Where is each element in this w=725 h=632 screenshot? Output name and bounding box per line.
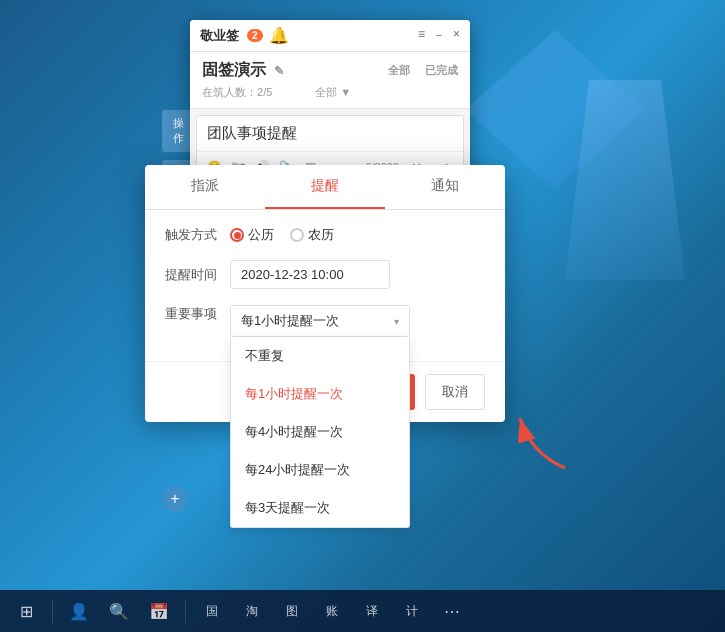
dropdown-menu: 不重复 每1小时提醒一次 每4小时提醒一次 每24小时提醒一次 每3天提醒一次	[230, 337, 410, 528]
app-title: 敬业签	[200, 27, 239, 45]
trigger-label: 触发方式	[165, 226, 230, 244]
taskbar-zhang[interactable]: 账	[314, 593, 350, 629]
time-label: 提醒时间	[165, 266, 230, 284]
close-icon[interactable]: ×	[453, 27, 460, 44]
arrow-indicator	[500, 403, 580, 477]
tab-notify[interactable]: 通知	[385, 165, 505, 209]
add-button[interactable]: +	[162, 486, 188, 512]
taskbar-user-icon[interactable]: 👤	[61, 593, 97, 629]
radio-lunar-circle	[290, 228, 304, 242]
taskbar-tao[interactable]: 淘	[234, 593, 270, 629]
taskbar-sep2	[185, 599, 186, 623]
project-status: 全部 已完成	[388, 63, 458, 78]
taskbar-calendar-icon[interactable]: 📅	[141, 593, 177, 629]
menu-icon[interactable]: ≡	[418, 27, 425, 44]
dialog-body: 触发方式 公历 农历 提醒时间	[145, 210, 505, 369]
minimize-icon[interactable]: －	[433, 27, 445, 44]
dropdown-item-0[interactable]: 不重复	[231, 337, 409, 375]
all-label: 全部	[388, 63, 410, 78]
repeat-label: 重要事项	[165, 305, 230, 323]
dropdown-item-4[interactable]: 每3天提醒一次	[231, 489, 409, 527]
done-label: 已完成	[425, 63, 458, 78]
taskbar-start[interactable]: ⊞	[8, 593, 44, 629]
select-arrow-icon: ▾	[394, 316, 399, 327]
taskbar: ⊞ 👤 🔍 📅 国 淘 图 账 译 计 ⋯	[0, 590, 725, 632]
task-title-display: 团队事项提醒	[197, 116, 463, 152]
tab-assign[interactable]: 指派	[145, 165, 265, 209]
dropdown-item-1[interactable]: 每1小时提醒一次	[231, 375, 409, 413]
arrow-svg	[500, 403, 580, 473]
edit-project-icon[interactable]: ✎	[274, 64, 284, 78]
taskbar-tu[interactable]: 图	[274, 593, 310, 629]
desktop: 操作 推广 敬业签 2 🔔 ≡ － × 固签演示 ✎ 全部	[0, 0, 725, 632]
dropdown-item-2[interactable]: 每4小时提醒一次	[231, 413, 409, 451]
project-name-text: 固签演示	[202, 60, 266, 81]
titlebar: 敬业签 2 🔔 ≡ － ×	[190, 20, 470, 52]
repeat-row: 重要事项 每1小时提醒一次 ▾ 不重复 每1小时提醒一次 每4小时提醒一次 每2…	[165, 305, 485, 337]
project-header: 固签演示 ✎ 全部 已完成 在筑人数：2/5 全部 ▼	[190, 52, 470, 109]
radio-lunar[interactable]: 农历	[290, 226, 334, 244]
taskbar-ji[interactable]: 计	[394, 593, 430, 629]
repeat-select[interactable]: 每1小时提醒一次 ▾ 不重复 每1小时提醒一次 每4小时提醒一次 每24小时提醒…	[230, 305, 410, 337]
cancel-button[interactable]: 取消	[425, 374, 485, 410]
notification-badge: 2	[247, 29, 263, 42]
member-info: 在筑人数：2/5 全部 ▼	[202, 85, 458, 100]
dialog-tabs: 指派 提醒 通知	[145, 165, 505, 210]
taskbar-more[interactable]: ⋯	[434, 593, 470, 629]
radio-solar-circle	[230, 228, 244, 242]
taskbar-guo[interactable]: 国	[194, 593, 230, 629]
trigger-row: 触发方式 公历 农历	[165, 226, 485, 244]
dropdown-item-3[interactable]: 每24小时提醒一次	[231, 451, 409, 489]
radio-group: 公历 农历	[230, 226, 334, 244]
select-display[interactable]: 每1小时提醒一次 ▾	[230, 305, 410, 337]
taskbar-yi[interactable]: 译	[354, 593, 390, 629]
radio-solar[interactable]: 公历	[230, 226, 274, 244]
reminder-dialog: 指派 提醒 通知 触发方式 公历	[145, 165, 505, 422]
project-name-row: 固签演示 ✎ 全部 已完成	[202, 60, 458, 81]
time-input[interactable]	[230, 260, 390, 289]
time-row: 提醒时间	[165, 260, 485, 289]
bell-icon: 🔔	[269, 26, 289, 45]
tab-reminder[interactable]: 提醒	[265, 165, 385, 209]
app-title-area: 敬业签 2 🔔	[200, 26, 289, 45]
taskbar-sep	[52, 599, 53, 623]
taskbar-search-icon[interactable]: 🔍	[101, 593, 137, 629]
window-controls: ≡ － ×	[418, 27, 460, 44]
radio-solar-dot	[234, 232, 241, 239]
select-value: 每1小时提醒一次	[241, 312, 339, 330]
